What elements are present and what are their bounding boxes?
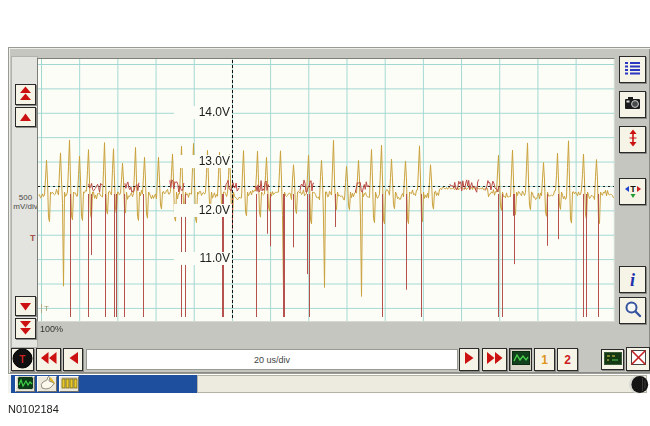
svg-text:T: T — [630, 184, 636, 194]
vertical-scale-label: 500 mV/div — [12, 193, 39, 211]
close-button[interactable] — [626, 347, 650, 371]
rewind-button[interactable] — [36, 348, 61, 371]
close-x-icon — [629, 348, 648, 370]
timebase-readout: 20 us/div — [86, 349, 458, 370]
taskbar — [8, 375, 199, 393]
zoom-percent-label: 100% — [40, 324, 63, 334]
screen: 500 mV/div T 14.0V 13.0V 12.0V 11.0V T — [0, 0, 650, 426]
info-icon: i — [630, 271, 635, 289]
waveform-channel-button[interactable] — [509, 348, 532, 371]
taskbar-tray — [197, 375, 647, 393]
double-up-arrow-icon — [19, 86, 32, 104]
figure-caption: N0102184 — [8, 403, 59, 415]
fast-forward-button[interactable] — [482, 348, 507, 371]
oscilloscope-icon — [17, 376, 34, 393]
down-arrow-icon — [19, 299, 32, 314]
double-down-arrow-icon — [19, 320, 32, 338]
voltage-label: 13.0V — [174, 155, 232, 168]
datalogger-icon — [604, 352, 622, 368]
snapshot-button[interactable] — [619, 91, 646, 118]
play-button[interactable] — [459, 348, 479, 371]
scroll-page-down-button[interactable] — [15, 318, 36, 339]
datalogger-button[interactable] — [601, 349, 624, 370]
channel-2-button[interactable]: 2 — [557, 348, 578, 371]
channel-1-button[interactable]: 1 — [534, 348, 555, 371]
voltage-label: 14.0V — [174, 106, 232, 119]
trigger-circle-icon: T — [12, 348, 33, 372]
double-right-arrow-icon — [486, 351, 504, 368]
battery-tool-button[interactable] — [59, 376, 79, 392]
step-back-button[interactable] — [63, 348, 83, 371]
scroll-up-button[interactable] — [15, 107, 36, 127]
magnifier-icon — [624, 300, 642, 321]
battery-icon — [60, 376, 79, 393]
waveform-plot-area: 14.0V 13.0V 12.0V 11.0V T — [37, 58, 615, 322]
hand-pen-icon — [39, 375, 56, 393]
trigger-cursor-button[interactable]: T — [619, 178, 646, 205]
right-arrow-icon — [464, 351, 475, 368]
info-button[interactable]: i — [619, 266, 646, 293]
waveform-canvas — [38, 59, 614, 321]
bottom-trigger-marker: T — [41, 304, 49, 313]
menu-list-button[interactable] — [619, 56, 646, 83]
channel-1-label: 1 — [541, 353, 548, 367]
trigger-mode-button[interactable]: T — [11, 348, 34, 371]
vertical-cursor-icon — [626, 129, 640, 150]
scope-app-button[interactable] — [15, 376, 35, 392]
up-arrow-icon — [19, 110, 32, 125]
scope-panel: 500 mV/div T 14.0V 13.0V 12.0V 11.0V T — [8, 47, 650, 374]
trigger-level-marker[interactable]: T — [30, 233, 36, 243]
zoom-tool-button[interactable] — [619, 297, 646, 324]
list-icon — [624, 60, 641, 79]
contrast-knob-icon — [628, 383, 649, 398]
voltage-label: 12.0V — [174, 204, 232, 217]
scale-unit: mV/div — [12, 202, 39, 211]
vertical-scroll-strip: 500 mV/div — [11, 56, 38, 348]
scroll-down-button[interactable] — [15, 296, 36, 316]
vertical-cursor-button[interactable] — [619, 126, 646, 153]
scroll-page-up-button[interactable] — [15, 84, 36, 105]
waveform-icon — [512, 351, 530, 368]
pointer-tool-button[interactable] — [37, 376, 57, 392]
camera-icon — [624, 96, 642, 113]
voltage-label: 11.0V — [174, 252, 232, 265]
trigger-cursor-icon: T — [624, 181, 642, 202]
left-arrow-icon — [68, 351, 79, 368]
channel-2-label: 2 — [564, 353, 571, 367]
contrast-knob[interactable] — [628, 374, 649, 395]
double-left-arrow-icon — [40, 351, 58, 368]
scale-value: 500 — [12, 193, 39, 202]
svg-text:T: T — [19, 353, 25, 364]
